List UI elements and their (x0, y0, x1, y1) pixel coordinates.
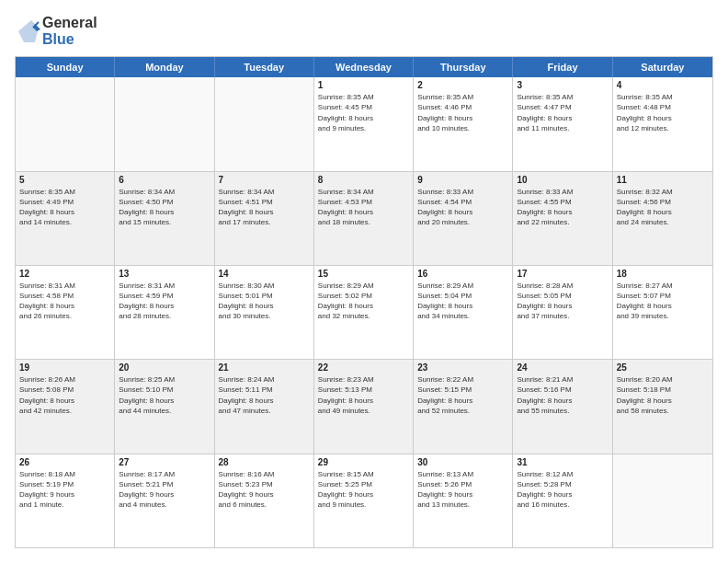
day-cell-23: 23Sunrise: 8:22 AMSunset: 5:15 PMDayligh… (414, 360, 513, 453)
day-cell-10: 10Sunrise: 8:33 AMSunset: 4:55 PMDayligh… (513, 172, 612, 265)
logo: General Blue (15, 15, 97, 47)
day-number: 3 (517, 80, 608, 90)
day-info: Sunrise: 8:33 AMSunset: 4:55 PMDaylight:… (517, 187, 608, 228)
day-number: 4 (617, 80, 709, 90)
svg-marker-0 (18, 20, 39, 42)
day-number: 19 (19, 362, 110, 373)
day-info: Sunrise: 8:35 AMSunset: 4:46 PMDaylight:… (417, 92, 508, 133)
logo-blue-text: Blue (42, 31, 97, 48)
day-cell-1: 1Sunrise: 8:35 AMSunset: 4:45 PMDaylight… (314, 77, 414, 170)
empty-cell-4-6 (613, 454, 712, 547)
day-number: 8 (318, 175, 409, 185)
calendar-row-4: 26Sunrise: 8:18 AMSunset: 5:19 PMDayligh… (16, 454, 712, 547)
day-info: Sunrise: 8:34 AMSunset: 4:50 PMDaylight:… (119, 187, 210, 228)
day-cell-25: 25Sunrise: 8:20 AMSunset: 5:18 PMDayligh… (613, 360, 712, 453)
day-info: Sunrise: 8:25 AMSunset: 5:10 PMDaylight:… (119, 374, 210, 416)
day-number: 25 (617, 362, 709, 373)
day-info: Sunrise: 8:16 AMSunset: 5:23 PMDaylight:… (219, 469, 310, 511)
calendar: SundayMondayTuesdayWednesdayThursdayFrid… (15, 56, 713, 548)
day-info: Sunrise: 8:24 AMSunset: 5:11 PMDaylight:… (219, 374, 310, 416)
empty-cell-0-2 (215, 77, 314, 170)
day-cell-15: 15Sunrise: 8:29 AMSunset: 5:02 PMDayligh… (314, 266, 414, 359)
day-info: Sunrise: 8:12 AMSunset: 5:28 PMDaylight:… (517, 469, 608, 511)
day-cell-6: 6Sunrise: 8:34 AMSunset: 4:50 PMDaylight… (115, 172, 214, 265)
day-cell-14: 14Sunrise: 8:30 AMSunset: 5:01 PMDayligh… (215, 266, 314, 359)
day-info: Sunrise: 8:15 AMSunset: 5:25 PMDaylight:… (318, 469, 409, 511)
day-info: Sunrise: 8:28 AMSunset: 5:05 PMDaylight:… (517, 281, 608, 322)
day-info: Sunrise: 8:21 AMSunset: 5:16 PMDaylight:… (517, 374, 608, 416)
calendar-body: 1Sunrise: 8:35 AMSunset: 4:45 PMDaylight… (16, 77, 712, 547)
day-info: Sunrise: 8:34 AMSunset: 4:51 PMDaylight:… (219, 187, 310, 228)
day-cell-18: 18Sunrise: 8:27 AMSunset: 5:07 PMDayligh… (613, 266, 712, 359)
day-number: 22 (318, 362, 409, 373)
page: General Blue SundayMondayTuesdayWednesda… (0, 0, 728, 563)
weekday-header-friday: Friday (513, 57, 612, 77)
day-number: 10 (517, 175, 608, 185)
empty-cell-0-1 (115, 77, 214, 170)
day-info: Sunrise: 8:26 AMSunset: 5:08 PMDaylight:… (19, 374, 110, 416)
calendar-row-3: 19Sunrise: 8:26 AMSunset: 5:08 PMDayligh… (16, 359, 712, 453)
day-cell-30: 30Sunrise: 8:13 AMSunset: 5:26 PMDayligh… (414, 454, 513, 547)
day-number: 12 (19, 269, 110, 279)
day-number: 2 (417, 80, 508, 90)
day-cell-11: 11Sunrise: 8:32 AMSunset: 4:56 PMDayligh… (613, 172, 712, 265)
day-number: 26 (19, 457, 110, 467)
day-info: Sunrise: 8:31 AMSunset: 4:59 PMDaylight:… (119, 281, 210, 322)
day-number: 21 (219, 362, 310, 373)
day-cell-12: 12Sunrise: 8:31 AMSunset: 4:58 PMDayligh… (16, 266, 115, 359)
header: General Blue (15, 15, 713, 47)
calendar-row-0: 1Sunrise: 8:35 AMSunset: 4:45 PMDaylight… (16, 77, 712, 170)
day-cell-8: 8Sunrise: 8:34 AMSunset: 4:53 PMDaylight… (314, 172, 414, 265)
day-cell-16: 16Sunrise: 8:29 AMSunset: 5:04 PMDayligh… (414, 266, 513, 359)
day-number: 11 (617, 175, 709, 185)
weekday-header-saturday: Saturday (613, 57, 712, 77)
day-number: 29 (318, 457, 409, 467)
day-info: Sunrise: 8:35 AMSunset: 4:45 PMDaylight:… (318, 92, 409, 133)
day-info: Sunrise: 8:35 AMSunset: 4:47 PMDaylight:… (517, 92, 608, 133)
day-cell-13: 13Sunrise: 8:31 AMSunset: 4:59 PMDayligh… (115, 266, 214, 359)
weekday-header-sunday: Sunday (16, 57, 115, 77)
day-number: 27 (119, 457, 210, 467)
day-number: 18 (617, 269, 709, 279)
weekday-header-thursday: Thursday (414, 57, 513, 77)
logo-container: General Blue (15, 15, 97, 47)
day-number: 9 (417, 175, 508, 185)
day-cell-19: 19Sunrise: 8:26 AMSunset: 5:08 PMDayligh… (16, 360, 115, 453)
day-number: 14 (219, 269, 310, 279)
day-info: Sunrise: 8:32 AMSunset: 4:56 PMDaylight:… (617, 187, 709, 228)
day-number: 17 (517, 269, 608, 279)
day-info: Sunrise: 8:35 AMSunset: 4:49 PMDaylight:… (19, 187, 110, 228)
day-number: 31 (517, 457, 608, 467)
day-cell-3: 3Sunrise: 8:35 AMSunset: 4:47 PMDaylight… (513, 77, 612, 170)
day-info: Sunrise: 8:23 AMSunset: 5:13 PMDaylight:… (318, 374, 409, 416)
day-number: 5 (19, 175, 110, 185)
day-cell-27: 27Sunrise: 8:17 AMSunset: 5:21 PMDayligh… (115, 454, 214, 547)
day-info: Sunrise: 8:29 AMSunset: 5:02 PMDaylight:… (318, 281, 409, 322)
day-info: Sunrise: 8:31 AMSunset: 4:58 PMDaylight:… (19, 281, 110, 322)
weekday-header-tuesday: Tuesday (215, 57, 314, 77)
day-number: 6 (119, 175, 210, 185)
day-cell-2: 2Sunrise: 8:35 AMSunset: 4:46 PMDaylight… (414, 77, 513, 170)
day-number: 1 (318, 80, 409, 90)
day-number: 28 (219, 457, 310, 467)
day-number: 7 (219, 175, 310, 185)
weekday-header-monday: Monday (115, 57, 214, 77)
day-info: Sunrise: 8:13 AMSunset: 5:26 PMDaylight:… (417, 469, 508, 511)
day-number: 24 (517, 362, 608, 373)
day-cell-29: 29Sunrise: 8:15 AMSunset: 5:25 PMDayligh… (314, 454, 414, 547)
calendar-row-2: 12Sunrise: 8:31 AMSunset: 4:58 PMDayligh… (16, 265, 712, 359)
day-info: Sunrise: 8:30 AMSunset: 5:01 PMDaylight:… (219, 281, 310, 322)
calendar-row-1: 5Sunrise: 8:35 AMSunset: 4:49 PMDaylight… (16, 171, 712, 265)
logo-general-text: General (42, 15, 97, 31)
logo-icon (15, 18, 40, 44)
day-info: Sunrise: 8:17 AMSunset: 5:21 PMDaylight:… (119, 469, 210, 511)
day-number: 30 (417, 457, 508, 467)
day-cell-9: 9Sunrise: 8:33 AMSunset: 4:54 PMDaylight… (414, 172, 513, 265)
day-number: 16 (417, 269, 508, 279)
day-cell-24: 24Sunrise: 8:21 AMSunset: 5:16 PMDayligh… (513, 360, 612, 453)
day-cell-31: 31Sunrise: 8:12 AMSunset: 5:28 PMDayligh… (513, 454, 612, 547)
day-number: 13 (119, 269, 210, 279)
calendar-header: SundayMondayTuesdayWednesdayThursdayFrid… (16, 57, 712, 77)
day-cell-5: 5Sunrise: 8:35 AMSunset: 4:49 PMDaylight… (16, 172, 115, 265)
day-number: 15 (318, 269, 409, 279)
